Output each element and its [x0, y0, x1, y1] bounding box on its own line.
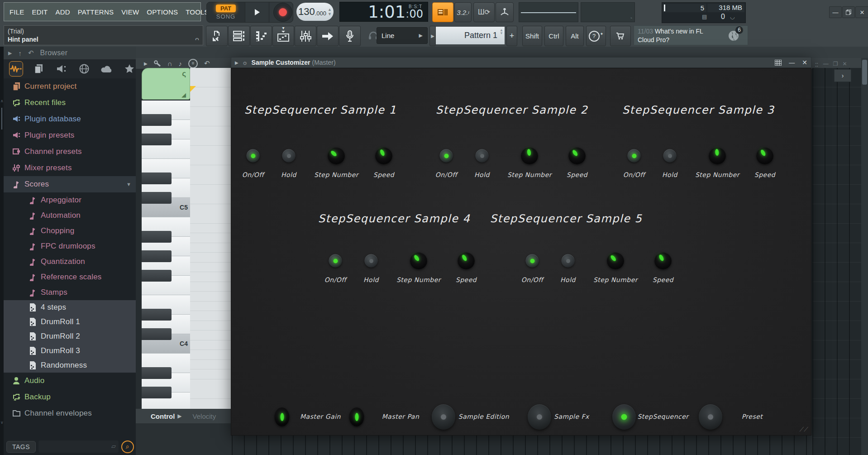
- browser-item-channel-envelopes[interactable]: Channel envelopes: [4, 405, 136, 421]
- bottom-sample-fx-knob[interactable]: [528, 404, 551, 430]
- black-key-below-E4[interactable]: [142, 309, 172, 321]
- sample3-speed-knob[interactable]: [756, 147, 773, 164]
- template-button[interactable]: [206, 26, 228, 46]
- help-button[interactable]: ? ✦: [586, 26, 606, 46]
- undo-icon[interactable]: ↶: [204, 59, 210, 67]
- pattern-playlist-toggle[interactable]: [432, 2, 453, 22]
- time-display[interactable]: B:S:T 1:01 : 00: [339, 2, 428, 22]
- sample1-hold-knob[interactable]: [282, 149, 296, 163]
- sample4-speed-knob[interactable]: [458, 252, 475, 269]
- pr-maximize-icon[interactable]: ❐: [833, 61, 838, 67]
- folder-icon[interactable]: ▱: [111, 443, 116, 450]
- window-minimize-button[interactable]: —: [829, 6, 842, 18]
- sample4-hold-knob[interactable]: [365, 254, 378, 268]
- snap-selector[interactable]: Line ▶: [377, 27, 428, 44]
- magnet-icon[interactable]: ∩: [167, 60, 172, 67]
- scores-caret-icon[interactable]: ▼: [126, 182, 131, 187]
- marker-flag[interactable]: [190, 86, 196, 92]
- browser-item-randomness[interactable]: Randomness: [4, 358, 136, 373]
- tags-button[interactable]: TAGS: [6, 441, 36, 453]
- browser-tab-waveform[interactable]: [9, 61, 23, 77]
- browser-item-drumroll-2[interactable]: DrumRoll 2: [4, 329, 136, 344]
- browser-item-arpeggiator[interactable]: Arpeggiator: [4, 192, 136, 208]
- channel-rack-button[interactable]: [228, 26, 250, 46]
- sample1-speed-knob[interactable]: [375, 147, 392, 164]
- pr-close-icon[interactable]: ✕: [843, 61, 847, 67]
- graph-editor-button[interactable]: ▾: [272, 26, 294, 46]
- sample4-step-number-knob[interactable]: [410, 252, 427, 269]
- browser-item-reference-scales[interactable]: Reference scales: [4, 269, 136, 285]
- wrench-icon[interactable]: [154, 60, 161, 67]
- vertical-scrollbar[interactable]: [861, 58, 868, 455]
- window-maximize-button[interactable]: [842, 6, 855, 18]
- menu-add[interactable]: ADD: [55, 8, 70, 16]
- sample2-step-number-knob[interactable]: [521, 147, 538, 164]
- browser-item-drumroll-1[interactable]: DrumRoll 1: [4, 315, 136, 329]
- play-button[interactable]: [245, 2, 269, 23]
- plugin-close-icon[interactable]: ✕: [802, 59, 807, 66]
- sample3-hold-knob[interactable]: [663, 149, 677, 163]
- piano-roll-button[interactable]: [250, 26, 272, 46]
- browser-item-audio[interactable]: Audio: [4, 373, 136, 389]
- detach-icon[interactable]: ⣒: [815, 61, 819, 67]
- browser-tab-star[interactable]: [123, 62, 136, 76]
- metronome-button[interactable]: [496, 2, 514, 22]
- browser-item-4-steps[interactable]: 4 steps: [4, 300, 136, 315]
- browser-up-icon[interactable]: ↑: [18, 49, 22, 57]
- menu-view[interactable]: VIEW: [121, 8, 139, 16]
- menu-file[interactable]: FILE: [10, 8, 24, 16]
- browser-item-scores[interactable]: Scores▼: [4, 176, 136, 192]
- plugin-titlebar[interactable]: ▶ ☼ Sample Customizer (Master) — ✕: [231, 57, 811, 68]
- browser-tab-files[interactable]: [33, 62, 46, 76]
- browser-item-plugin-database[interactable]: Plugin database: [4, 111, 136, 127]
- gear-icon[interactable]: ☼: [242, 59, 248, 66]
- bottom-preset-knob[interactable]: [699, 404, 722, 430]
- piano-roll-grid-right[interactable]: [812, 68, 861, 455]
- shop-button[interactable]: [610, 26, 631, 46]
- sample5-step-number-knob[interactable]: [607, 252, 624, 269]
- control-label[interactable]: Control: [151, 412, 175, 420]
- browser-item-quantization[interactable]: Quantization: [4, 254, 136, 269]
- menu-edit[interactable]: EDIT: [32, 8, 48, 16]
- time-mode-label[interactable]: B:S:T: [409, 4, 422, 9]
- menu-circle-icon[interactable]: ≡: [188, 59, 198, 68]
- export-button[interactable]: [317, 26, 339, 46]
- pattern-stepper[interactable]: ▲▼: [500, 29, 503, 35]
- graph-editor-dropdown-icon[interactable]: ▾: [282, 25, 284, 30]
- sample2-speed-knob[interactable]: [568, 147, 586, 164]
- black-key-below-E5[interactable]: [142, 172, 172, 184]
- sample3-step-number-knob[interactable]: [709, 147, 726, 164]
- loop-record-button[interactable]: Ш⟳: [473, 2, 495, 22]
- sample4-on-off-knob[interactable]: [329, 254, 342, 268]
- black-key-below-B4[interactable]: [142, 231, 172, 243]
- sample5-on-off-knob[interactable]: [526, 254, 539, 268]
- plugin-minimize-icon[interactable]: —: [789, 59, 795, 66]
- browser-scroll-strip[interactable]: ∧ ∨: [0, 47, 4, 455]
- sample3-on-off-knob[interactable]: [628, 149, 641, 163]
- browser-item-stamps[interactable]: Stamps: [4, 285, 136, 300]
- resize-grip[interactable]: ⟋⟋: [799, 426, 808, 433]
- sample5-hold-knob[interactable]: [562, 254, 575, 268]
- record-button[interactable]: [273, 3, 292, 22]
- slide-tab[interactable]: ς ◢: [142, 68, 190, 100]
- control-arrow-icon[interactable]: ▶: [177, 413, 181, 419]
- pr-minimize-icon[interactable]: —: [823, 61, 829, 67]
- sample1-on-off-knob[interactable]: [247, 149, 260, 163]
- browser-back-icon[interactable]: ↶: [28, 49, 34, 57]
- bottom-master-pan-knob[interactable]: [349, 407, 364, 426]
- mixer-button[interactable]: [295, 26, 316, 46]
- oscilloscope-panel[interactable]: [519, 2, 578, 22]
- news-notification[interactable]: 11/03 What's new in FL Cloud Pro? 6: [634, 25, 748, 45]
- black-key-below-B3[interactable]: [142, 367, 172, 379]
- note-icon[interactable]: ♪: [179, 60, 182, 67]
- browser-item-drumroll-3[interactable]: DrumRoll 3: [4, 344, 136, 358]
- sample1-step-number-knob[interactable]: [328, 147, 345, 164]
- black-key-below-A5[interactable]: [142, 114, 172, 126]
- pattern-menu-arrow[interactable]: ▶: [429, 26, 436, 46]
- pattern-selector[interactable]: Pattern 1 ▲▼: [436, 27, 505, 44]
- browser-item-backup[interactable]: Backup: [4, 389, 136, 405]
- browser-tab-speaker[interactable]: [55, 62, 68, 76]
- search-icon[interactable]: ⌕: [121, 441, 134, 453]
- browser-collapse-icon[interactable]: ▶: [8, 50, 12, 56]
- song-mode-label[interactable]: SONG: [216, 13, 235, 20]
